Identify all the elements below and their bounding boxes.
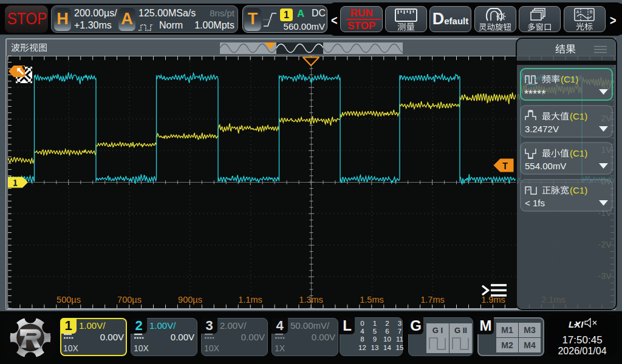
svg-text:1.1ms: 1.1ms — [238, 295, 262, 305]
svg-text:1.5ms: 1.5ms — [360, 295, 384, 305]
svg-text:(C1): (C1) — [570, 148, 587, 158]
svg-text:(C1): (C1) — [561, 74, 578, 84]
svg-text:700µs: 700µs — [117, 295, 142, 305]
svg-text:1.7ms: 1.7ms — [420, 295, 445, 305]
svg-text:1.3ms: 1.3ms — [299, 295, 323, 305]
svg-text:900µs: 900µs — [178, 295, 202, 305]
svg-text:(C1): (C1) — [570, 185, 587, 195]
svg-text:(C1): (C1) — [570, 111, 587, 121]
svg-text:500µs: 500µs — [56, 295, 81, 305]
